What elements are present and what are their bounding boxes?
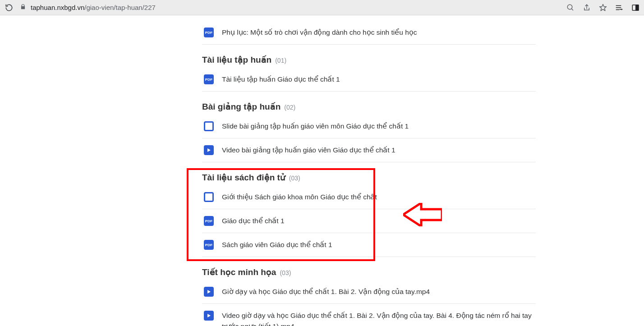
item-label: Video giờ dạy và học Giáo dục thể chất 1… xyxy=(222,310,534,326)
svg-marker-9 xyxy=(207,148,211,152)
list-item[interactable]: Giờ dạy và học Giáo dục thể chất 1. Bài … xyxy=(202,280,536,304)
item-label: Giờ dạy và học Giáo dục thể chất 1. Bài … xyxy=(222,286,430,297)
reading-list-icon[interactable] xyxy=(615,4,623,12)
item-label: Giáo dục thể chất 1 xyxy=(222,216,285,226)
section-title: Tài liệu tập huấn (01) xyxy=(202,55,536,65)
content-column: PDF Phụ lục: Một số trò chơi vận động dà… xyxy=(202,21,536,326)
reload-icon[interactable] xyxy=(5,3,14,12)
video-icon xyxy=(204,311,214,321)
list-item[interactable]: Video bài giảng tập huấn giáo viên Giáo … xyxy=(202,138,536,162)
zoom-icon[interactable] xyxy=(566,4,575,12)
item-label: Tài liệu tập huấn Giáo dục thể chất 1 xyxy=(222,74,340,85)
list-item[interactable]: Video giờ dạy và học Giáo dục thể chất 1… xyxy=(202,304,536,326)
url-text: taphuan.nxbgd.vn/giao-vien/tap-huan/227 xyxy=(31,4,156,11)
list-item[interactable]: PDF Phụ lục: Một số trò chơi vận động dà… xyxy=(202,21,536,45)
section-title: Tiết học minh họa (03) xyxy=(202,267,536,277)
list-item[interactable]: PDF Giáo dục thể chất 1 xyxy=(202,209,536,233)
section-count: (03) xyxy=(289,174,300,182)
pdf-icon: PDF xyxy=(204,216,214,226)
section-count: (03) xyxy=(280,269,291,276)
slide-icon xyxy=(204,192,214,202)
svg-line-1 xyxy=(571,9,573,10)
item-label: Giới thiệu Sách giáo khoa môn Giáo dục t… xyxy=(222,192,377,202)
section-tai-lieu-tap-huan: Tài liệu tập huấn (01) PDF Tài liệu tập … xyxy=(202,55,536,92)
section-count: (02) xyxy=(284,104,295,111)
side-panel-icon[interactable] xyxy=(631,4,639,12)
browser-address-bar: taphuan.nxbgd.vn/giao-vien/tap-huan/227 xyxy=(0,0,644,15)
list-item[interactable]: Giới thiệu Sách giáo khoa môn Giáo dục t… xyxy=(202,185,536,209)
svg-marker-11 xyxy=(207,314,211,317)
star-icon[interactable] xyxy=(599,4,607,12)
lock-icon xyxy=(20,4,26,11)
pdf-icon: PDF xyxy=(204,28,214,37)
item-label: Slide bài giảng tập huấn giáo viên môn G… xyxy=(222,121,409,132)
share-icon[interactable] xyxy=(583,4,591,12)
url-path: /giao-vien/tap-huan/227 xyxy=(84,4,156,11)
slide-icon xyxy=(204,121,214,131)
section-tiet-hoc-minh-hoa: Tiết học minh họa (03) Giờ dạy và học Gi… xyxy=(202,267,536,326)
section-count: (01) xyxy=(275,57,286,64)
section-tai-lieu-sach-dien-tu: Tài liệu sách điện tử (03) Giới thiệu Sá… xyxy=(202,172,536,257)
item-label: Phụ lục: Một số trò chơi vận động dành c… xyxy=(222,27,417,38)
section-title: Bài giảng tập huấn (02) xyxy=(202,101,536,112)
svg-marker-10 xyxy=(207,290,211,294)
video-icon xyxy=(204,145,214,155)
page: PDF Phụ lục: Một số trò chơi vận động dà… xyxy=(0,15,644,326)
section-bai-giang-tap-huan: Bài giảng tập huấn (02) Slide bài giảng … xyxy=(202,101,536,162)
list-item[interactable]: PDF Sách giáo viên Giáo dục thể chất 1 xyxy=(202,233,536,257)
svg-marker-2 xyxy=(600,4,607,10)
address-area[interactable]: taphuan.nxbgd.vn/giao-vien/tap-huan/227 xyxy=(20,4,560,11)
svg-rect-8 xyxy=(636,5,639,10)
list-item[interactable]: PDF Tài liệu tập huấn Giáo dục thể chất … xyxy=(202,68,536,92)
pdf-icon: PDF xyxy=(204,74,214,84)
item-label: Video bài giảng tập huấn giáo viên Giáo … xyxy=(222,145,396,156)
toolbar-actions xyxy=(566,4,639,12)
pdf-icon: PDF xyxy=(204,240,214,250)
list-item[interactable]: Slide bài giảng tập huấn giáo viên môn G… xyxy=(202,115,536,138)
url-host: taphuan.nxbgd.vn xyxy=(31,4,84,11)
item-label: Sách giáo viên Giáo dục thể chất 1 xyxy=(222,239,332,250)
svg-point-0 xyxy=(567,5,572,9)
section-title: Tài liệu sách điện tử (03) xyxy=(202,172,536,183)
video-icon xyxy=(204,287,214,297)
